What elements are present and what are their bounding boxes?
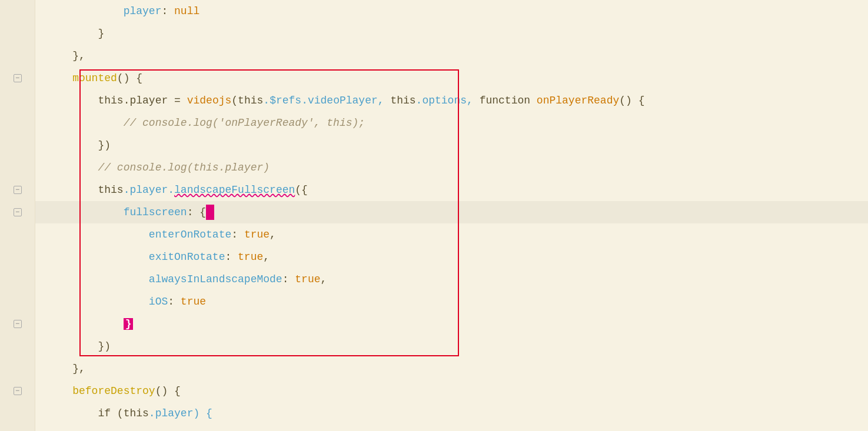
code-line-8: // console.log(this.player) — [35, 156, 868, 179]
token-paren-4: () { — [117, 72, 142, 84]
token-comment-8: // console.log(this.player) — [98, 162, 270, 173]
token-close-brace-cursor: } — [124, 318, 134, 330]
gutter-item-5 — [0, 89, 35, 112]
indent-17 — [47, 363, 72, 375]
indent-19 — [47, 407, 98, 419]
editor-container: player: null } }, mounted() { this.playe… — [0, 0, 868, 431]
indent-12 — [47, 251, 149, 263]
token-close-16: }) — [98, 340, 111, 352]
code-line-13: alwaysInLandscapeMode: true, — [35, 268, 868, 290]
token-this2-5: this — [238, 95, 263, 106]
token-mounted: mounted — [72, 72, 117, 84]
gutter-item-9 — [0, 179, 35, 201]
indent-5 — [47, 95, 98, 106]
gutter-item-2 — [0, 22, 35, 45]
token-if: if ( — [98, 407, 123, 419]
token-beforeDestroy: beforeDestroy — [72, 385, 155, 397]
token-brace-comma-3: }, — [72, 50, 85, 62]
gutter-item-14 — [0, 290, 35, 313]
fold-icon-9[interactable] — [14, 186, 22, 194]
code-line-11: enterOnRotate: true, — [35, 223, 868, 246]
gutter-item-4 — [0, 67, 35, 89]
token-colon-14: : — [168, 296, 181, 308]
token-comment-6: // console.log('onPlayerReady', this); — [124, 117, 365, 129]
token-true-12: true — [238, 251, 263, 263]
fold-icon-18[interactable] — [14, 387, 22, 395]
token-comma-13: , — [321, 273, 327, 285]
token-colon-11: : — [231, 229, 244, 240]
gutter-item-10 — [0, 201, 35, 223]
token-this-9: this — [98, 184, 123, 196]
indent-16 — [47, 340, 98, 352]
code-line-16: }) — [35, 335, 868, 358]
code-line-6: // console.log('onPlayerReady', this); — [35, 112, 868, 134]
token-player-19: .player) { — [149, 407, 212, 419]
gutter-item-18 — [0, 380, 35, 402]
token-function: function — [480, 95, 537, 106]
indent-6 — [47, 117, 124, 129]
token-dotplayer: .player = — [124, 95, 187, 106]
gutter-item-8 — [0, 156, 35, 179]
gutter-item-7 — [0, 134, 35, 156]
token-iOS: iOS — [149, 296, 168, 308]
token-closeparen-7: }) — [98, 139, 111, 151]
token-true-13: true — [295, 273, 320, 285]
token-fullscreen: fullscreen — [124, 206, 187, 218]
gutter-item-11 — [0, 223, 35, 246]
token-this-5: this — [98, 95, 123, 106]
code-line-17: }, — [35, 358, 868, 380]
code-line-3: }, — [35, 45, 868, 67]
gutter-item-3 — [0, 45, 35, 67]
token-colon-1: : — [161, 5, 174, 17]
token-this-19: this — [124, 407, 149, 419]
gutter-item-6 — [0, 112, 35, 134]
indent-2 — [47, 28, 98, 39]
token-this3-5: this — [390, 95, 415, 106]
indent-3 — [47, 50, 72, 62]
code-line-4: mounted() { — [35, 67, 868, 89]
token-paren-open-5: ( — [231, 95, 238, 106]
token-comma-12: , — [263, 251, 270, 263]
indent-1 — [47, 5, 124, 17]
code-line-12: exitOnRotate: true, — [35, 246, 868, 268]
code-line-14: iOS: true — [35, 290, 868, 313]
token-true-11: true — [244, 229, 270, 240]
gutter-item-15 — [0, 313, 35, 335]
fold-icon-4[interactable] — [14, 74, 22, 82]
token-colon-10: : — [187, 206, 200, 218]
token-brace-comma-17: }, — [72, 363, 85, 375]
token-comma-11: , — [270, 229, 276, 240]
code-area[interactable]: player: null } }, mounted() { this.playe… — [35, 0, 868, 431]
token-videojs: videojs — [187, 95, 232, 106]
indent-13 — [47, 273, 149, 285]
gutter-item-19 — [0, 402, 35, 425]
token-brace-2: } — [98, 28, 104, 39]
gutter-item-13 — [0, 268, 35, 290]
token-onPlayerReady: onPlayerReady — [537, 95, 619, 106]
code-line-5: this.player = videojs(this.$refs.videoPl… — [35, 89, 868, 112]
fold-icon-10[interactable] — [14, 208, 22, 216]
token-refs: .$refs.videoPlayer, — [263, 95, 390, 106]
indent-9 — [47, 184, 98, 196]
gutter — [0, 0, 35, 431]
indent-10 — [47, 206, 124, 218]
indent-4 — [47, 72, 72, 84]
gutter-item-12 — [0, 246, 35, 268]
code-line-19: if (this.player) { — [35, 402, 868, 425]
token-player-dot: .player. — [124, 184, 174, 196]
code-line-15: } — [35, 313, 868, 335]
token-exitOnRotate: exitOnRotate — [149, 251, 225, 263]
fold-icon-15[interactable] — [14, 320, 22, 328]
token-options: .options, — [416, 95, 480, 106]
token-player: player — [124, 5, 162, 17]
code-line-7: }) — [35, 134, 868, 156]
gutter-item-16 — [0, 335, 35, 358]
code-line-1: player: null — [35, 0, 868, 22]
code-line-9: this.player.landscapeFullscreen({ — [35, 179, 868, 201]
text-cursor — [206, 205, 214, 220]
token-colon-13: : — [282, 273, 295, 285]
token-brace-open-10: { — [199, 206, 206, 218]
token-enterOnRotate: enterOnRotate — [149, 229, 231, 240]
token-paren-18: () { — [155, 385, 181, 397]
token-paren-5: () { — [619, 95, 644, 106]
